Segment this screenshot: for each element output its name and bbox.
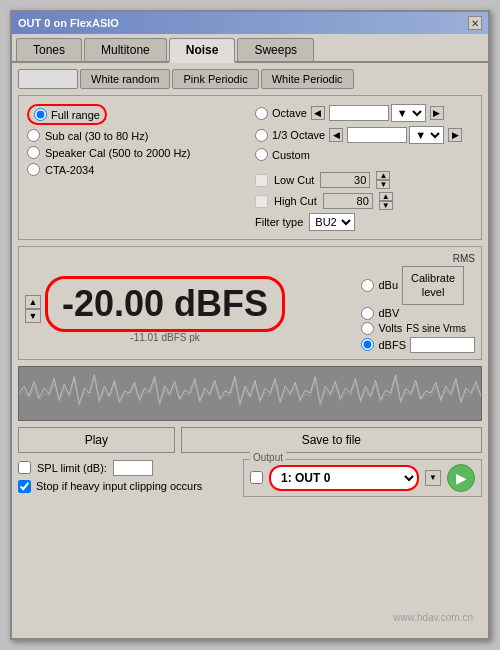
playback-row: Play Save to file bbox=[18, 427, 482, 453]
volts-radio[interactable] bbox=[361, 322, 374, 335]
dbv-label: dBV bbox=[378, 307, 399, 319]
high-cut-up[interactable]: ▲ bbox=[379, 192, 393, 201]
third-octave-freq-group: 1000 Hz ▼ bbox=[347, 126, 444, 144]
level-section: ▲ ▼ -20.00 dBFS -11.01 dBFS pk bbox=[25, 276, 285, 343]
tab-multitone[interactable]: Multitone bbox=[84, 38, 167, 61]
octave-right-btn[interactable]: ▶ bbox=[430, 106, 444, 120]
clipping-row: Stop if heavy input clipping occurs bbox=[18, 480, 243, 493]
radio-sub-cal[interactable]: Sub cal (30 to 80 Hz) bbox=[27, 129, 245, 142]
output-row: 1: OUT 0 ▼ ▶ bbox=[250, 464, 475, 492]
low-cut-input[interactable] bbox=[320, 172, 370, 188]
third-octave-freq-select[interactable]: ▼ bbox=[409, 126, 444, 144]
output-container: SPL limit (dB): 100 Stop if heavy input … bbox=[18, 459, 482, 497]
low-cut-up[interactable]: ▲ bbox=[376, 171, 390, 180]
peak-label: -11.01 dBFS pk bbox=[130, 332, 199, 343]
watermark: www.hdav.com.cn bbox=[393, 612, 473, 623]
custom-radio[interactable] bbox=[255, 148, 268, 161]
filter-type-select[interactable]: BU2 bbox=[309, 213, 355, 231]
full-range-label: Full range bbox=[51, 109, 100, 121]
sub-tab-pink-periodic[interactable]: Pink Periodic bbox=[172, 69, 258, 89]
noise-options-panel: Full range Sub cal (30 to 80 Hz) Speaker… bbox=[18, 95, 482, 240]
output-section-label: Output bbox=[250, 452, 286, 463]
octave-left-btn[interactable]: ◀ bbox=[311, 106, 325, 120]
unit-dbu-row: dBu Calibrate level bbox=[361, 266, 475, 305]
scroll-up-btn[interactable]: ▲ bbox=[25, 295, 41, 309]
high-cut-down[interactable]: ▼ bbox=[379, 201, 393, 210]
octave-freq-select[interactable]: ▼ bbox=[391, 104, 426, 122]
octave-label: Octave bbox=[272, 107, 307, 119]
output-dropdown-arrow[interactable]: ▼ bbox=[425, 470, 441, 486]
window-title: OUT 0 on FlexASIO bbox=[18, 17, 119, 29]
sub-tab-placeholder[interactable] bbox=[18, 69, 78, 89]
radio-speaker-cal[interactable]: Speaker Cal (500 to 2000 Hz) bbox=[27, 146, 245, 159]
speaker-cal-radio[interactable] bbox=[27, 146, 40, 159]
spl-checkbox[interactable] bbox=[18, 461, 31, 474]
waveform-svg bbox=[19, 367, 481, 420]
third-octave-freq-input[interactable]: 1000 Hz bbox=[347, 127, 407, 143]
tab-tones[interactable]: Tones bbox=[16, 38, 82, 61]
octave-radio[interactable] bbox=[255, 107, 268, 120]
high-cut-input[interactable] bbox=[323, 193, 373, 209]
go-button[interactable]: ▶ bbox=[447, 464, 475, 492]
output-checkbox[interactable] bbox=[250, 471, 263, 484]
output-group: Output 1: OUT 0 ▼ ▶ bbox=[243, 459, 482, 497]
sub-tabs: White random Pink Periodic White Periodi… bbox=[18, 69, 482, 89]
fs-sine-label: FS sine Vrms bbox=[406, 323, 466, 334]
high-cut-row: High Cut ▲ ▼ bbox=[255, 192, 473, 210]
dbu-radio[interactable] bbox=[361, 279, 374, 292]
level-display: ▲ ▼ -20.00 dBFS -11.01 dBFS pk dBu bbox=[25, 266, 475, 353]
options-row: Full range Sub cal (30 to 80 Hz) Speaker… bbox=[27, 104, 473, 231]
third-octave-right-btn[interactable]: ▶ bbox=[448, 128, 462, 142]
output-select[interactable]: 1: OUT 0 bbox=[269, 465, 419, 491]
scroll-arrows: ▲ ▼ bbox=[25, 295, 41, 323]
octave-row: Octave ◀ 1000 Hz ▼ ▶ bbox=[255, 104, 473, 122]
dbu-label: dBu bbox=[378, 279, 398, 291]
high-cut-checkbox[interactable] bbox=[255, 195, 268, 208]
third-octave-left-btn[interactable]: ◀ bbox=[329, 128, 343, 142]
speaker-cal-label: Speaker Cal (500 to 2000 Hz) bbox=[45, 147, 191, 159]
bottom-controls: SPL limit (dB): 100 Stop if heavy input … bbox=[18, 459, 482, 497]
scroll-down-btn[interactable]: ▼ bbox=[25, 309, 41, 323]
octave-freq-input[interactable]: 1000 Hz bbox=[329, 105, 389, 121]
tab-noise[interactable]: Noise bbox=[169, 38, 236, 63]
custom-row: Custom bbox=[255, 148, 473, 161]
fs-volt-input[interactable]: 1.0000 V bbox=[410, 337, 475, 353]
full-range-radio[interactable] bbox=[34, 108, 47, 121]
level-value: -20.00 dBFS bbox=[45, 276, 285, 332]
low-cut-down[interactable]: ▼ bbox=[376, 180, 390, 189]
options-right: Octave ◀ 1000 Hz ▼ ▶ 1/3 Octave bbox=[255, 104, 473, 231]
octave-freq-group: 1000 Hz ▼ bbox=[329, 104, 426, 122]
radio-full-range[interactable]: Full range bbox=[27, 104, 245, 125]
spl-row: SPL limit (dB): 100 bbox=[18, 460, 243, 476]
low-cut-checkbox[interactable] bbox=[255, 174, 268, 187]
dbv-radio[interactable] bbox=[361, 307, 374, 320]
low-cut-label: Low Cut bbox=[274, 174, 314, 186]
low-cut-row: Low Cut ▲ ▼ bbox=[255, 171, 473, 189]
third-octave-radio[interactable] bbox=[255, 129, 268, 142]
play-button[interactable]: Play bbox=[18, 427, 175, 453]
sub-cal-radio[interactable] bbox=[27, 129, 40, 142]
third-octave-label: 1/3 Octave bbox=[272, 129, 325, 141]
sub-tab-white-periodic[interactable]: White Periodic bbox=[261, 69, 354, 89]
save-button[interactable]: Save to file bbox=[181, 427, 482, 453]
spl-input[interactable]: 100 bbox=[113, 460, 153, 476]
close-button[interactable]: ✕ bbox=[468, 16, 482, 30]
go-icon: ▶ bbox=[456, 470, 467, 486]
options-left: Full range Sub cal (30 to 80 Hz) Speaker… bbox=[27, 104, 245, 231]
third-octave-row: 1/3 Octave ◀ 1000 Hz ▼ ▶ bbox=[255, 126, 473, 144]
filter-type-row: Filter type BU2 bbox=[255, 213, 473, 231]
unit-dbv-row: dBV bbox=[361, 307, 475, 320]
tab-sweeps[interactable]: Sweeps bbox=[237, 38, 314, 61]
clipping-checkbox[interactable] bbox=[18, 480, 31, 493]
unit-options: dBu Calibrate level dBV Volt bbox=[361, 266, 475, 353]
dbfs-radio[interactable] bbox=[361, 338, 374, 351]
dbfs-label: dBFS bbox=[378, 339, 406, 351]
rms-label: RMS bbox=[25, 253, 475, 264]
radio-cta-2034[interactable]: CTA-2034 bbox=[27, 163, 245, 176]
sub-tab-white-random[interactable]: White random bbox=[80, 69, 170, 89]
cta-2034-radio[interactable] bbox=[27, 163, 40, 176]
filter-type-label: Filter type bbox=[255, 216, 303, 228]
cta-2034-label: CTA-2034 bbox=[45, 164, 94, 176]
calibrate-btn[interactable]: Calibrate level bbox=[402, 266, 464, 305]
unit-volts-row: Volts FS sine Vrms bbox=[361, 322, 475, 335]
